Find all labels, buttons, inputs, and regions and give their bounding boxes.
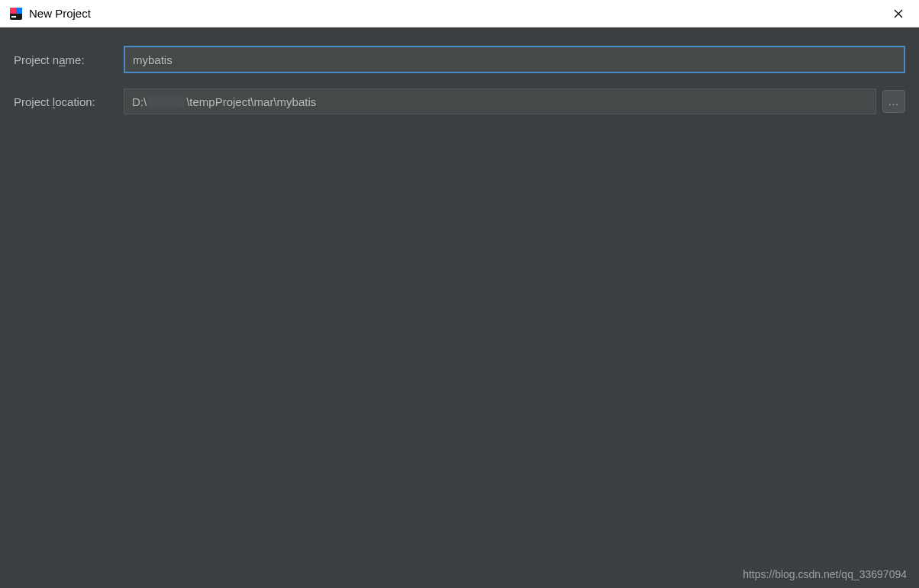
new-project-dialog: New Project Project name: Project locati… bbox=[0, 0, 919, 588]
browse-location-button[interactable]: ... bbox=[882, 90, 905, 113]
window-title: New Project bbox=[29, 7, 91, 20]
watermark-text: https://blog.csdn.net/qq_33697094 bbox=[743, 568, 907, 580]
project-location-input[interactable]: D:\\tempProject\mar\mybatis bbox=[124, 88, 876, 114]
project-location-row: Project location: D:\\tempProject\mar\my… bbox=[14, 88, 905, 114]
svg-rect-3 bbox=[11, 16, 16, 18]
svg-rect-2 bbox=[16, 8, 22, 14]
titlebar: New Project bbox=[0, 0, 919, 27]
intellij-icon bbox=[9, 7, 23, 21]
project-name-input[interactable] bbox=[124, 46, 905, 73]
close-icon bbox=[894, 9, 903, 18]
redacted-path-segment bbox=[148, 96, 185, 107]
project-name-row: Project name: bbox=[14, 46, 905, 73]
project-name-label: Project name: bbox=[14, 53, 124, 66]
project-location-label: Project location: bbox=[14, 95, 124, 108]
close-button[interactable] bbox=[885, 3, 911, 24]
dialog-content: Project name: Project location: D:\\temp… bbox=[0, 27, 919, 588]
svg-rect-1 bbox=[10, 8, 16, 14]
